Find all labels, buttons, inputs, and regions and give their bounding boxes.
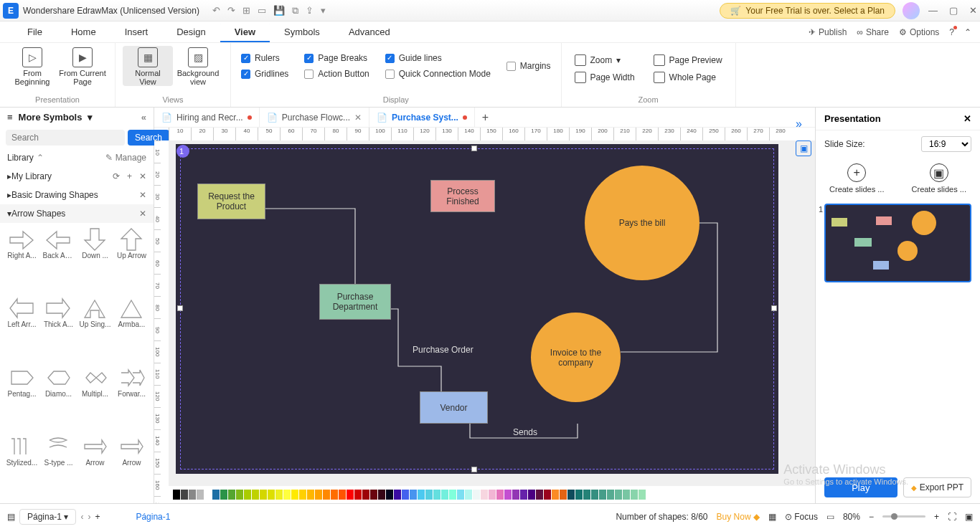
color-swatch[interactable]: [465, 490, 472, 500]
color-swatch[interactable]: [639, 490, 646, 500]
close-panel-icon[interactable]: ✕: [963, 113, 971, 124]
zoom-slider[interactable]: [882, 515, 925, 518]
page-width-button[interactable]: Page Width: [575, 72, 635, 83]
color-swatch[interactable]: [275, 490, 283, 500]
from-beginning-button[interactable]: ▷From Beginning: [7, 46, 57, 86]
shape-item[interactable]: Pentag...: [4, 364, 39, 432]
play-button[interactable]: Play: [824, 477, 897, 497]
color-swatch[interactable]: [252, 490, 259, 500]
color-swatch[interactable]: [489, 490, 496, 500]
grid-view-icon[interactable]: ▦: [768, 512, 776, 522]
color-swatch[interactable]: [339, 490, 346, 500]
color-swatch[interactable]: [354, 490, 362, 500]
color-swatch[interactable]: [607, 490, 614, 500]
presentation-mode-icon[interactable]: ▣: [796, 140, 811, 156]
menu-home[interactable]: Home: [57, 22, 110, 42]
color-swatch[interactable]: [552, 490, 559, 500]
manage-button[interactable]: ✎ Manage: [105, 153, 146, 163]
color-swatch[interactable]: [197, 490, 204, 500]
color-swatch[interactable]: [575, 490, 583, 500]
color-swatch[interactable]: [323, 490, 330, 500]
remove-basic-icon[interactable]: ✕: [139, 190, 146, 200]
color-swatch[interactable]: [220, 490, 227, 500]
create-slides-2[interactable]: ▣Create slides ...: [912, 163, 966, 194]
color-swatch[interactable]: [599, 490, 606, 500]
doc-tab-1[interactable]: 📄 Hiring and Recr...: [154, 108, 260, 127]
node-invoice[interactable]: Invoice to the company: [531, 313, 621, 402]
slide-thumbnail[interactable]: [824, 204, 971, 282]
color-swatch[interactable]: [394, 490, 401, 500]
menu-view[interactable]: View: [220, 22, 270, 42]
color-swatch[interactable]: [473, 490, 480, 500]
color-swatch[interactable]: [236, 490, 243, 500]
zoom-level[interactable]: 80%: [843, 512, 860, 522]
menu-design[interactable]: Design: [162, 22, 220, 42]
zoom-button[interactable]: Zoom▾: [575, 54, 635, 66]
color-swatch[interactable]: [496, 490, 504, 500]
node-request[interactable]: Request the Product: [197, 184, 265, 219]
shape-item[interactable]: Left Arr...: [4, 295, 39, 362]
focus-toggle[interactable]: ⊙ Focus: [785, 512, 818, 522]
guide-lines-checkbox[interactable]: Guide lines: [385, 53, 491, 63]
shape-item[interactable]: Multipl...: [77, 364, 113, 432]
color-swatch[interactable]: [520, 490, 527, 500]
doc-tab-3[interactable]: 📄 Purchase Syst...: [369, 108, 475, 127]
remove-icon[interactable]: ✕: [139, 171, 146, 181]
color-swatch[interactable]: [583, 490, 590, 500]
color-swatch[interactable]: [370, 490, 377, 500]
collapse-ribbon-icon[interactable]: ⌃: [964, 27, 971, 37]
color-swatch[interactable]: [260, 490, 267, 500]
color-swatch[interactable]: [481, 490, 488, 500]
more-qat-icon[interactable]: ▾: [321, 5, 326, 16]
buy-now-link[interactable]: Buy Now ◆: [717, 512, 760, 522]
undo-icon[interactable]: ↶: [212, 5, 220, 16]
add-icon[interactable]: +: [127, 171, 132, 181]
color-swatch[interactable]: [425, 490, 433, 500]
shape-item[interactable]: Up Sing...: [77, 295, 113, 362]
menu-advanced[interactable]: Advanced: [334, 22, 405, 42]
my-library-row[interactable]: ▸ My Library ⟳+✕: [0, 167, 154, 186]
color-swatch[interactable]: [512, 490, 519, 500]
close-icon[interactable]: ✕: [969, 5, 977, 16]
color-swatch[interactable]: [591, 490, 598, 500]
color-swatch[interactable]: [283, 490, 291, 500]
color-swatch[interactable]: [299, 490, 306, 500]
add-tab-button[interactable]: +: [475, 111, 496, 124]
page-selector[interactable]: Página-1 ▾: [19, 509, 76, 525]
shape-item[interactable]: Thick A...: [41, 295, 76, 362]
color-swatch[interactable]: [362, 490, 369, 500]
whole-page-button[interactable]: Whole Page: [654, 72, 722, 83]
page-preview-button[interactable]: Page Preview: [654, 54, 722, 66]
expand-right-icon[interactable]: »: [796, 118, 802, 130]
export-ppt-button[interactable]: Export PPT: [903, 477, 971, 497]
from-current-button[interactable]: ▶From Current Page: [57, 46, 108, 86]
sync-icon[interactable]: ⟳: [113, 171, 120, 181]
zoom-in-icon[interactable]: +: [934, 512, 939, 522]
quick-connection-checkbox[interactable]: Quick Connection Mode: [385, 69, 491, 79]
node-process[interactable]: Process Finished: [430, 180, 495, 212]
arrow-shapes-row[interactable]: ▾ Arrow Shapes ✕: [0, 204, 154, 223]
page-breaks-checkbox[interactable]: Page Breaks: [304, 53, 369, 63]
color-swatch[interactable]: [441, 490, 448, 500]
color-swatch[interactable]: [378, 490, 385, 500]
share-button[interactable]: ∞ Share: [857, 27, 889, 37]
maximize-icon[interactable]: ▢: [949, 5, 958, 16]
user-avatar[interactable]: [903, 2, 920, 19]
shape-item[interactable]: Armba...: [114, 295, 149, 362]
node-pays[interactable]: Pays the bill: [585, 166, 699, 280]
color-swatch[interactable]: [331, 490, 338, 500]
background-view-button[interactable]: ▨Background view: [173, 46, 223, 86]
shape-item[interactable]: Arrow: [114, 433, 149, 500]
rulers-checkbox[interactable]: Rulers: [241, 53, 288, 63]
remove-arrow-icon[interactable]: ✕: [139, 209, 146, 219]
prev-page-icon[interactable]: ‹: [80, 512, 83, 522]
pages-dropdown-icon[interactable]: ▤: [7, 512, 15, 522]
color-swatch[interactable]: [560, 490, 567, 500]
collapse-panel-icon[interactable]: «: [141, 112, 146, 123]
symbol-search-input[interactable]: [6, 130, 125, 146]
color-swatch[interactable]: [244, 490, 251, 500]
color-swatch[interactable]: [418, 490, 425, 500]
shape-item[interactable]: Forwar...: [114, 364, 149, 432]
shape-item[interactable]: Back Arr...: [41, 226, 76, 293]
color-swatch[interactable]: [457, 490, 464, 500]
